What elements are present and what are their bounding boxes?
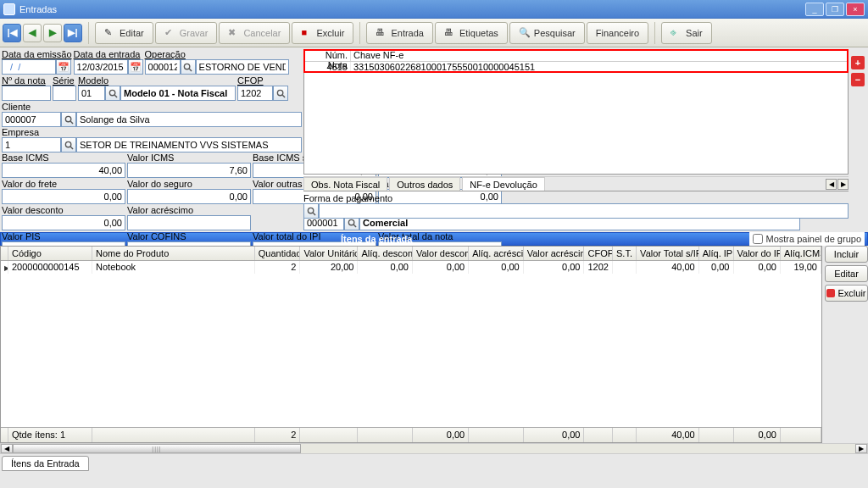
sair-button[interactable]: ⎆Sair — [661, 22, 712, 44]
operacao-label: Operação — [145, 49, 289, 59]
tabs-scroll-right[interactable]: ▶ — [837, 179, 849, 190]
titlebar: Entradas _ ❐ × — [0, 0, 868, 19]
excluir-button[interactable]: ■Excluir — [292, 22, 353, 44]
serie-input[interactable] — [53, 86, 76, 101]
modelo-label: Modelo — [78, 75, 236, 86]
table-row[interactable]: ▶ 2000000000145Notebook 220,00 0,000,00 … — [1, 261, 821, 274]
main-toolbar: |◀ ◀ ▶ ▶| ✎Editar ✔Gravar ✖Cancelar ■Exc… — [0, 19, 868, 47]
data-emissao-picker[interactable]: 📅 — [56, 59, 71, 75]
search-icon: 🔍 — [519, 27, 531, 39]
no-nota-label: Nº da nota — [2, 75, 51, 86]
incluir-button[interactable]: Incluir — [825, 246, 868, 263]
modelo-search[interactable] — [105, 86, 120, 101]
scroll-right-button[interactable]: ▶ — [855, 444, 867, 453]
valor-frete-input[interactable] — [2, 189, 125, 204]
forma-pagamento-input[interactable] — [319, 203, 849, 219]
cfop-label: CFOP — [237, 75, 288, 86]
tab-nfe-devolucao[interactable]: NF-e Devolução — [462, 177, 544, 191]
data-entrada-picker[interactable]: 📅 — [128, 59, 143, 75]
cliente-code-input[interactable] — [2, 112, 61, 127]
tab-outros-dados[interactable]: Outros dados — [389, 177, 460, 191]
svg-line-1 — [189, 69, 192, 71]
print-icon: 🖶 — [376, 27, 387, 39]
valor-icms-label: Valor ICMS — [127, 152, 251, 163]
last-record-button[interactable]: ▶| — [64, 24, 82, 42]
base-icms-input[interactable] — [2, 163, 125, 178]
empresa-code-input[interactable] — [2, 137, 61, 152]
maximize-button[interactable]: ❐ — [826, 3, 844, 16]
data-entrada-input[interactable] — [74, 59, 128, 75]
tabs-scroll-left[interactable]: ◀ — [826, 179, 837, 190]
tab-obs-nota[interactable]: Obs. Nota Fiscal — [303, 177, 387, 191]
svg-line-7 — [70, 121, 73, 124]
remove-nota-button[interactable]: − — [851, 73, 865, 86]
show-group-panel-label: Mostra painel de grupo — [765, 232, 861, 246]
valor-seguro-label: Valor do seguro — [127, 179, 251, 189]
etiquetas-button[interactable]: 🖶Etiquetas — [435, 22, 508, 44]
cancelar-button[interactable]: ✖Cancelar — [219, 22, 290, 44]
financeiro-button[interactable]: Financeiro — [587, 22, 648, 44]
empresa-name-input — [76, 137, 302, 152]
svg-point-6 — [65, 116, 70, 121]
data-emissao-label: Data da emissão — [2, 49, 72, 59]
svg-line-11 — [313, 213, 315, 215]
data-emissao-input[interactable] — [2, 59, 56, 75]
entrada-button[interactable]: 🖶Entrada — [366, 22, 433, 44]
grid-header: CódigoNome do Produto QuantidadeValor Un… — [1, 247, 821, 261]
valor-frete-label: Valor do frete — [2, 179, 125, 189]
svg-point-10 — [308, 208, 313, 213]
operacao-search[interactable] — [181, 59, 196, 75]
excluir-item-button[interactable]: Excluir — [825, 285, 868, 302]
cfop-input[interactable] — [237, 86, 273, 101]
exit-icon: ⎆ — [670, 27, 682, 39]
grid-h-scrollbar[interactable]: ◀ |||| ▶ — [0, 443, 868, 454]
no-nota-input[interactable] — [2, 86, 51, 101]
editar-item-button[interactable]: Editar — [825, 265, 868, 282]
empresa-label: Empresa — [2, 127, 302, 137]
items-section-title: Ítens da entrada — [341, 232, 412, 246]
valor-seguro-input[interactable] — [127, 189, 251, 204]
editar-button[interactable]: ✎Editar — [95, 22, 153, 44]
svg-point-8 — [65, 141, 70, 147]
svg-point-2 — [109, 90, 114, 95]
add-nota-button[interactable]: + — [851, 56, 865, 69]
right-tabs: Obs. Nota Fiscal Outros dados NF-e Devol… — [303, 176, 849, 191]
cliente-search[interactable] — [61, 112, 76, 127]
delete-icon: ■ — [301, 27, 313, 39]
minimize-button[interactable]: _ — [805, 3, 824, 16]
app-icon — [3, 3, 15, 15]
cliente-name-input — [76, 112, 302, 127]
empresa-search[interactable] — [61, 137, 76, 152]
show-group-panel-checkbox[interactable] — [753, 234, 763, 244]
prev-record-button[interactable]: ◀ — [23, 24, 42, 42]
cancel-icon: ✖ — [228, 27, 240, 39]
svg-line-3 — [114, 95, 117, 97]
minus-icon — [826, 289, 835, 297]
svg-point-4 — [277, 90, 282, 95]
bottom-tab-bar: Ítens da Entrada — [0, 454, 868, 471]
close-button[interactable]: × — [846, 3, 865, 16]
window-title: Entradas — [19, 4, 57, 14]
edit-icon: ✎ — [104, 27, 116, 39]
items-grid[interactable]: CódigoNome do Produto QuantidadeValor Un… — [0, 246, 822, 443]
scroll-thumb[interactable]: |||| — [13, 444, 301, 453]
next-record-button[interactable]: ▶ — [43, 24, 62, 42]
svg-line-9 — [70, 147, 73, 149]
modelo-code-input[interactable] — [78, 86, 105, 101]
serie-label: Série — [53, 75, 76, 86]
scroll-left-button[interactable]: ◀ — [1, 444, 13, 453]
pesquisar-button[interactable]: 🔍Pesquisar — [509, 22, 585, 44]
operacao-code-input[interactable] — [145, 59, 181, 75]
valor-desconto-input[interactable] — [2, 215, 125, 230]
forma-pagamento-search[interactable] — [303, 203, 319, 219]
grid-footer: Qtde ítens: 1 2 0,00 0,00 40,00 0,00 — [1, 427, 821, 442]
cfop-search[interactable] — [273, 86, 288, 101]
tab-itens-entrada[interactable]: Ítens da Entrada — [2, 456, 89, 471]
valor-acrescimo-input[interactable] — [127, 215, 251, 230]
labels-icon: 🖶 — [444, 27, 456, 39]
valor-desconto-label: Valor desconto — [2, 205, 125, 215]
valor-icms-input[interactable] — [127, 163, 251, 178]
first-record-button[interactable]: |◀ — [3, 24, 21, 42]
gravar-button[interactable]: ✔Gravar — [155, 22, 218, 44]
valor-cofins-label: Valor COFINS — [127, 231, 251, 241]
